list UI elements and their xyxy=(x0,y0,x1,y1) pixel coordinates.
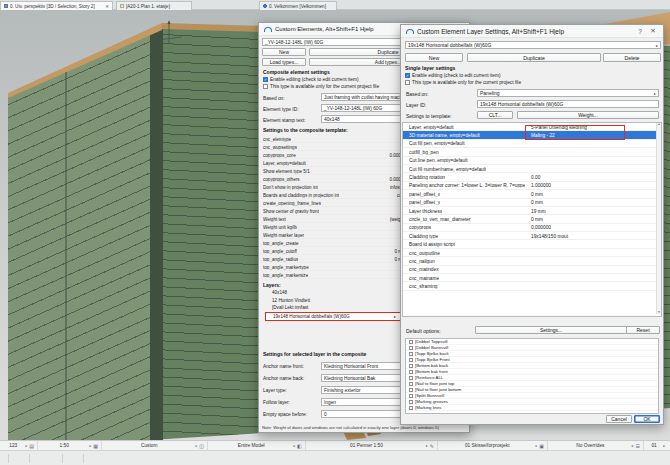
dropdown-arrow-icon[interactable]: ▸ xyxy=(195,444,197,448)
Cladding rotation[interactable]: Cladding rotation 0.00 xyxy=(403,173,661,181)
checkbox-unchecked-icon[interactable] xyxy=(409,388,413,392)
param-value[interactable]: 19 mm xyxy=(531,208,546,213)
checkbox-unchecked-icon[interactable] xyxy=(263,84,268,89)
param-value[interactable]: Maling - 22 xyxy=(531,133,555,138)
layer-id-input[interactable]: 19x148 Horisontal dobbelfals (W)60G xyxy=(477,100,659,108)
dropdown-arrow-icon[interactable]: ▸ xyxy=(89,444,91,448)
layer-selector-dropdown[interactable]: 19x148 Horisontal dobbelfals (W)60G ▸ xyxy=(405,41,661,49)
Cut fill pen, empty=default[interactable]: Cut fill pen, empty=default xyxy=(403,140,661,148)
project-only-checkbox[interactable]: This type is available only for the curr… xyxy=(263,84,379,89)
checkbox-checked-icon[interactable]: ✓ xyxy=(263,77,268,82)
copyprops[interactable]: copyprops 0.000000 xyxy=(403,224,661,232)
cnc_matname[interactable]: cnc_matname xyxy=(403,274,661,282)
delete-button[interactable]: Delete xyxy=(603,53,661,62)
divider[interactable] xyxy=(8,454,9,463)
checkbox-unchecked-icon[interactable] xyxy=(409,382,413,386)
param-value[interactable]: 19x148/150 mout xyxy=(531,233,568,238)
checkbox-unchecked-icon[interactable] xyxy=(409,376,413,380)
checkbox-checked-icon[interactable]: ✓ xyxy=(405,73,410,78)
panel_offset_y[interactable]: panel_offset_y 0 mm xyxy=(403,199,661,207)
cancel-button[interactable]: Cancel xyxy=(606,415,632,423)
dropdown-arrow-icon[interactable]: ▸ xyxy=(632,444,634,448)
based-on-dropdown[interactable]: Paneling ▸ xyxy=(477,89,659,97)
scrollbar[interactable]: ▲ ▼ xyxy=(656,123,661,314)
project-only-checkbox[interactable]: This type is available only for the curr… xyxy=(405,80,521,85)
quick-option-icon[interactable]: ✎ xyxy=(430,443,434,449)
param-value[interactable]: 1.000000 xyxy=(531,183,551,188)
scroll-up-icon[interactable]: ▲ xyxy=(658,123,661,126)
panel_offset_x[interactable]: panel_offset_x 0 mm xyxy=(403,190,661,198)
ok-button[interactable]: OK xyxy=(634,415,660,423)
quick-option-icon[interactable]: ▤ xyxy=(29,443,34,449)
Cut fill number/name, empty=default[interactable]: Cut fill number/name, empty=default xyxy=(403,165,661,173)
checkbox-unchecked-icon[interactable] xyxy=(409,364,413,368)
scroll-down-icon[interactable]: ▼ xyxy=(658,311,661,314)
divider[interactable] xyxy=(62,454,63,463)
view-tab[interactable]: [A20-1 Plan 1. etasje] xyxy=(116,1,192,10)
duplicate-button[interactable]: Duplicate xyxy=(467,53,601,62)
view-tab[interactable]: 0. Utv. perspektiv [3D / Selection, Stor… xyxy=(0,1,113,10)
dropdown-arrow-icon[interactable]: ▸ xyxy=(293,444,295,448)
dropdown-arrow-icon[interactable]: ▸ xyxy=(656,43,658,48)
circle_to_vert_max_diameter[interactable]: circle_to_vert_max_diameter 0 mm xyxy=(403,215,661,223)
quick-option[interactable]: 01 Skisse/forprosjekt ▸ ▣ xyxy=(438,441,548,450)
checkbox-unchecked-icon[interactable] xyxy=(409,406,413,410)
divider[interactable] xyxy=(83,454,84,463)
quick-option-icon[interactable]: ☰ xyxy=(636,443,640,449)
cnc_matindex[interactable]: cnc_matindex xyxy=(403,266,661,274)
quick-option-icon[interactable]: ▣ xyxy=(539,443,544,449)
checkbox-unchecked-icon[interactable] xyxy=(409,352,413,356)
checkbox-unchecked-icon[interactable] xyxy=(409,340,413,344)
quick-option[interactable]: Entire Model ▸ ◧ xyxy=(208,441,306,450)
Cladding type[interactable]: Cladding type 19x148/150 mout xyxy=(403,232,661,240)
cnc_outputline[interactable]: cnc_outputline xyxy=(403,249,661,257)
param-value[interactable]: 0 mm xyxy=(531,216,543,221)
enable-editing-checkbox[interactable]: ✓ Enable editing (check to edit current … xyxy=(405,73,501,78)
dialog-titlebar[interactable]: Custom Element Layer Settings, Alt+Shift… xyxy=(401,25,663,38)
param-value[interactable]: 0 mm xyxy=(531,191,543,196)
quick-option-icon[interactable]: ▦ xyxy=(93,443,98,449)
checkbox-unchecked-icon[interactable] xyxy=(409,370,413,374)
checkbox-unchecked-icon[interactable] xyxy=(409,394,413,398)
Cut line pen, empty=default[interactable]: Cut line pen, empty=default xyxy=(403,157,661,165)
quick-option[interactable]: No Overrides ▸ ☰ xyxy=(548,441,644,450)
weight-button[interactable]: Weight... xyxy=(517,111,659,119)
cnc_nailgun[interactable]: cnc_nailgun xyxy=(403,257,661,265)
Paneling anchor corner: 1=lower L, 3=lower R, 7=upper L, 9=upp...[interactable]: Paneling anchor corner: 1=lower L, 3=low… xyxy=(403,182,661,190)
dropdown-arrow-icon[interactable]: ▸ xyxy=(654,91,656,96)
quick-option[interactable]: 01 ▸ xyxy=(644,441,670,450)
settings-button[interactable]: Settings... xyxy=(475,326,627,334)
quick-option-icon[interactable]: ◧ xyxy=(297,443,302,449)
Layer, empty=default[interactable]: Layer, empty=default 5-Panel Utvendig kl… xyxy=(403,123,661,131)
load-types-button[interactable]: Load types... xyxy=(262,58,306,66)
param-value[interactable]: 0 mm xyxy=(531,200,543,205)
param-value[interactable]: 0.000000 xyxy=(531,225,551,230)
new-button[interactable]: New xyxy=(262,48,306,56)
param-value[interactable]: 5-Panel Utvendig kledning xyxy=(531,124,587,129)
cutfill_bg_pen[interactable]: cutfill_bg_pen xyxy=(403,148,661,156)
dropdown-arrow-icon[interactable]: ▸ xyxy=(426,444,428,448)
enable-editing-checkbox[interactable]: ✓ Enable editing (check to edit current … xyxy=(263,77,359,82)
close-tab-icon[interactable]: ✕ xyxy=(105,4,109,9)
quick-option[interactable]: 01 Penner 1:50 ▸ ✎ xyxy=(306,441,438,450)
reset-button[interactable]: Reset xyxy=(626,326,660,334)
quick-option[interactable]: 1:50 ▸ ▦ xyxy=(38,441,102,450)
dropdown-arrow-icon[interactable]: ▸ xyxy=(25,444,27,448)
help-icon[interactable]: ? xyxy=(635,28,645,35)
divider[interactable] xyxy=(29,454,30,463)
option-row[interactable]: [Marking lines xyxy=(406,405,658,411)
close-icon[interactable]: ✕ xyxy=(648,27,658,35)
quick-option[interactable]: 123 ▸ ▤ xyxy=(0,441,38,450)
dropdown-arrow-icon[interactable]: ▸ xyxy=(535,444,537,448)
dropdown-arrow-icon[interactable]: ▸ xyxy=(663,444,665,448)
quick-option-icon[interactable]: ◫ xyxy=(199,443,204,449)
checkbox-unchecked-icon[interactable] xyxy=(409,400,413,404)
view-tab[interactable]: 0. Velkommen [Velkommen] xyxy=(259,1,337,10)
checkbox-unchecked-icon[interactable] xyxy=(409,358,413,362)
new-button[interactable]: New xyxy=(405,53,463,62)
checkbox-unchecked-icon[interactable] xyxy=(409,346,413,350)
Board id assign script[interactable]: Board id assign script xyxy=(403,240,661,248)
quick-option[interactable]: Custom ▸ ◫ xyxy=(102,441,208,450)
Layer thickness[interactable]: Layer thickness 19 mm xyxy=(403,207,661,215)
3D material name, empty=default[interactable]: 3D material name, empty=default Maling -… xyxy=(403,131,661,139)
